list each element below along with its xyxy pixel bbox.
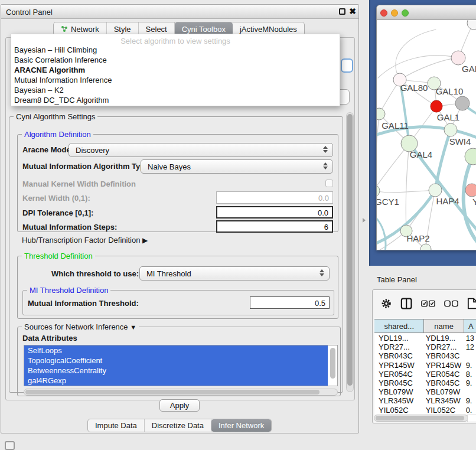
network-node[interactable] [429,184,442,197]
table-cell: YLR345W [424,396,464,405]
tab-label: Cyni Toolbox [182,25,226,34]
minimize-traffic-icon[interactable] [391,9,398,17]
table-cell: YIL052C [424,406,464,415]
kernel-width-field[interactable] [216,191,333,204]
close-traffic-icon[interactable] [380,9,387,17]
dropdown-item[interactable]: Mutual Information Inference [11,75,340,85]
table-cell: 12 [464,343,476,351]
table-row[interactable]: YDR27...YDR27...12 [374,343,476,351]
collapse-down-icon[interactable]: ▼ [130,324,136,331]
settings-scrollbar[interactable] [346,112,354,392]
manual-kernel-width-label: Manual Kernel Width Definition [22,180,136,188]
tab-infer-network[interactable]: Infer Network [211,419,271,432]
network-view[interactable]: GALGAL80GAL10GAL1GAL11SWI4GAL4GCY1HAP4YH… [377,20,476,250]
network-node[interactable] [467,20,476,30]
control-panel-titlebar[interactable]: Control Panel ✖ [1,5,358,19]
network-node[interactable] [444,123,457,136]
panel-divider-arrow[interactable] [363,218,366,223]
network-node-label: SWI4 [449,136,471,146]
dropdown-item[interactable]: Bayesian – Hill Climbing [11,45,340,55]
table-cell: YDR27... [374,343,424,351]
hub-transcription-toggle[interactable]: Hub/Transcription Factor Definition ▶ [22,236,148,244]
network-node[interactable] [465,184,476,197]
list-item[interactable]: gal4RGexp [24,376,328,386]
network-edge[interactable] [400,58,458,80]
table-header: shared... name A [374,319,476,333]
network-edge[interactable] [377,215,386,250]
float-window-icon[interactable] [339,8,345,15]
attribute-list[interactable]: SelfLoops TopologicalCoefficient Between… [24,345,338,386]
list-item[interactable]: BetweennessCentrality [24,366,328,376]
list-scrollbar[interactable] [330,348,335,379]
dropdown-placeholder: Select algorithm to view settings [11,34,340,45]
column-header-partial[interactable]: A [464,319,476,332]
column-header-shared[interactable]: shared... [374,319,424,332]
table-cell: 9. [464,379,476,387]
tab-label: Select [146,25,167,34]
network-node[interactable] [431,100,442,112]
manual-kernel-width-checkbox[interactable] [325,180,333,187]
list-item[interactable]: SelfLoops [24,345,328,356]
table-cell: YER054C [374,370,424,379]
dropdown-item[interactable]: Basic Correlation Inference [11,55,340,65]
list-horizontal-scrollbar[interactable] [24,389,338,396]
page-icon[interactable] [467,297,476,310]
column-header-name[interactable]: name [424,319,464,332]
zoom-traffic-icon[interactable] [402,9,409,17]
network-node[interactable] [377,108,385,120]
table-row[interactable]: YBL079WYBL079W [374,387,476,396]
which-threshold-select[interactable]: MI Threshold [139,266,330,281]
select-all-icon[interactable] [421,299,436,308]
columns-icon[interactable] [400,297,412,310]
network-edge[interactable] [377,114,379,182]
table-row[interactable]: YBR043CYBR043C [374,351,476,360]
sources-title: Sources for Network Inference [24,322,128,331]
apply-label: Apply [170,401,190,410]
network-node[interactable] [420,244,431,250]
table-row[interactable]: YLR345WYLR345W9. [374,396,476,405]
network-edge[interactable] [377,144,409,191]
tab-discretize-data[interactable]: Discretize Data [145,419,211,432]
table-cell: YLR345W [374,396,424,405]
dpi-tolerance-field[interactable] [216,206,333,219]
table-cell: YER054C [424,370,464,379]
network-edge[interactable] [378,56,458,78]
aracne-mode-select[interactable]: Discovery [69,143,333,157]
list-item[interactable]: TopologicalCoefficient [24,356,328,366]
table-row[interactable]: YDL19...YDL19...13 [374,334,476,343]
table-cell: 8. [464,370,476,379]
table-row[interactable]: YER054CYER054C8. [374,370,476,379]
network-node-label: GAL4 [410,149,432,159]
group-title: Threshold Definition [22,252,95,260]
mi-steps-label: Mutual Information Steps: [22,223,117,231]
mi-algorithm-type-select[interactable]: Naive Bayes [141,159,333,174]
mi-threshold-field[interactable] [250,296,330,309]
dropdown-item[interactable]: Dream8 DC_TDC Algorithm [11,95,340,105]
network-window-titlebar[interactable] [377,5,476,20]
collapsed-panel-button[interactable] [5,441,15,450]
network-node[interactable] [377,185,380,197]
data-attributes-label: Data Attributes [22,334,77,343]
tab-label: Infer Network [219,421,264,430]
dropdown-item-selected[interactable]: ARACNE Algorithm [11,65,340,75]
mi-steps-field[interactable] [216,220,333,233]
network-node[interactable] [451,51,465,65]
table-cell: 9. [464,396,476,405]
tab-impute-data[interactable]: Impute Data [88,419,145,432]
dropdown-item[interactable]: Bayesian – K2 [11,85,340,95]
group-title: Sources for Network Inference ▼ [22,322,139,331]
gear-icon[interactable] [380,297,392,310]
network-edge[interactable] [406,144,409,231]
network-node[interactable] [465,148,476,165]
deselect-all-icon[interactable] [444,299,459,308]
table-row[interactable]: YPR145WYPR145W9. [374,361,476,370]
table-row[interactable]: YIL052CYIL052C0. [374,406,476,415]
network-edge[interactable] [396,30,436,80]
close-icon[interactable]: ✖ [349,6,356,16]
apply-button[interactable]: Apply [159,399,200,412]
table-horizontal-scrollbar[interactable] [374,415,468,422]
table-row[interactable]: YBR045CYBR045C9. [374,379,476,387]
network-node[interactable] [455,96,470,110]
network-node-label: HAP4 [436,196,459,206]
which-threshold-label: Which threshold to use: [51,269,139,278]
